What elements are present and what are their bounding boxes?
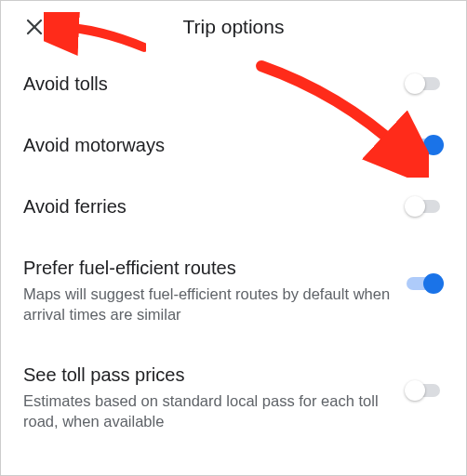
header: Trip options (1, 1, 466, 53)
option-fuel-efficient[interactable]: Prefer fuel-efficient routes Maps will s… (23, 237, 444, 344)
option-avoid-tolls[interactable]: Avoid tolls (23, 53, 444, 114)
toggle-avoid-tolls[interactable] (407, 73, 444, 95)
page-title: Trip options (1, 16, 466, 38)
option-sublabel: Maps will suggest fuel-efficient routes … (23, 284, 392, 325)
close-button[interactable] (12, 5, 57, 49)
option-avoid-motorways[interactable]: Avoid motorways (23, 114, 444, 176)
option-toll-pass-prices[interactable]: See toll pass prices Estimates based on … (23, 344, 444, 451)
option-label: See toll pass prices (23, 363, 392, 387)
option-label: Avoid motorways (23, 133, 392, 157)
option-label: Prefer fuel-efficient routes (23, 256, 392, 280)
close-icon (23, 16, 46, 38)
option-label: Avoid ferries (23, 194, 392, 218)
option-avoid-ferries[interactable]: Avoid ferries (23, 176, 444, 237)
option-label: Avoid tolls (23, 72, 392, 96)
options-list: Avoid tolls Avoid motorways Avoid ferrie… (1, 53, 466, 450)
toggle-toll-pass-prices[interactable] (407, 379, 444, 402)
option-sublabel: Estimates based on standard local pass f… (23, 390, 392, 432)
toggle-avoid-motorways[interactable] (407, 134, 444, 156)
toggle-fuel-efficient[interactable] (407, 272, 444, 295)
toggle-avoid-ferries[interactable] (407, 195, 444, 218)
